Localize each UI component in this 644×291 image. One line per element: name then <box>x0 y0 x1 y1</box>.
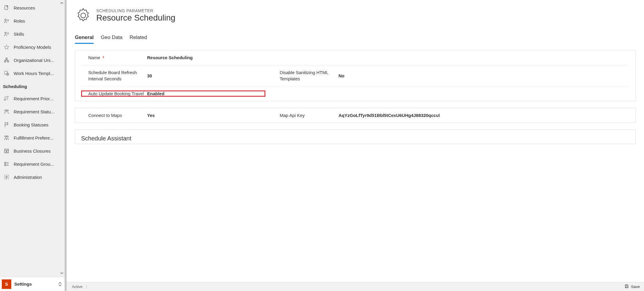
sidebar-item-booking-statuses[interactable]: Booking Statuses <box>0 118 64 131</box>
svg-rect-27 <box>4 149 8 153</box>
sidebar-item-label: Proficiency Models <box>14 45 51 50</box>
app-frame: Resources Roles Skills Proficiency Model… <box>0 0 644 291</box>
sidebar-item-label: Fulfillment Prefere... <box>14 135 53 140</box>
gear-icon <box>4 174 10 180</box>
svg-marker-8 <box>4 45 9 49</box>
svg-point-33 <box>4 165 5 166</box>
sidebar-item-organizational-units[interactable]: Organizational Uni... <box>0 54 64 67</box>
sidebar-item-label: Requirement Prior... <box>14 96 53 101</box>
panel-maps: Connect to Maps Yes Map Api Key AqYzGoLf… <box>75 108 636 123</box>
req-status-icon <box>4 109 10 115</box>
org-unit-icon <box>4 57 10 63</box>
scroll-down-icon[interactable] <box>60 271 64 276</box>
field-refresh-interval[interactable]: Schedule Board Refresh Interval Seconds … <box>81 69 265 82</box>
req-group-icon <box>4 161 10 167</box>
flag-icon <box>4 122 10 128</box>
required-marker: * <box>103 54 104 61</box>
svg-point-38 <box>81 13 86 18</box>
work-hours-icon <box>4 70 10 76</box>
sidebar-item-requirement-groups[interactable]: Requirement Grou... <box>0 157 64 170</box>
tab-related[interactable]: Related <box>130 32 147 43</box>
statusbar: Active Save <box>67 282 644 291</box>
area-tile: S <box>2 279 11 289</box>
svg-point-2 <box>5 19 6 21</box>
page-header: SCHEDULING PARAMETER Resource Scheduling <box>75 7 636 24</box>
sidebar-item-label: Work Hours Templ... <box>14 71 54 76</box>
field-value[interactable]: AqYzGoLfTyr9d51Bbl5tCexU6UHg4J88320qccu\ <box>338 113 475 118</box>
svg-rect-16 <box>4 71 7 74</box>
svg-point-32 <box>4 163 5 164</box>
sidebar-item-label: Resources <box>14 5 35 10</box>
svg-rect-40 <box>626 287 628 288</box>
field-label: Disable Sanitizing HTML Templates <box>280 69 336 82</box>
field-label: Schedule Board Refresh Interval Seconds <box>88 69 145 82</box>
save-button[interactable]: Save <box>624 284 640 290</box>
field-disable-sanitize-html[interactable]: Disable Sanitizing HTML Templates No <box>273 69 457 82</box>
sidebar-nav: Resources Roles Skills Proficiency Model… <box>0 0 64 277</box>
sidebar-item-roles[interactable]: Roles <box>0 14 64 27</box>
sidebar-item-label: Roles <box>14 18 25 24</box>
sidebar-item-skills[interactable]: Skills <box>0 27 64 40</box>
sidebar-item-label: Administration <box>14 175 42 180</box>
field-value[interactable]: No <box>338 73 457 78</box>
svg-point-26 <box>7 136 8 137</box>
area-switcher[interactable]: S Settings <box>0 277 64 291</box>
sidebar-item-administration[interactable]: Administration <box>0 170 64 184</box>
svg-point-31 <box>4 162 5 163</box>
section-title-schedule-assistant: Schedule Assistant <box>81 130 629 144</box>
statusbar-divider <box>86 284 87 289</box>
field-label: Auto Update Booking Travel <box>88 90 145 97</box>
page-eyebrow: SCHEDULING PARAMETER <box>96 8 175 13</box>
tabstrip: General Geo Data Related <box>75 32 636 43</box>
sidebar-item-fulfillment-preferences[interactable]: Fulfillment Prefere... <box>0 131 64 144</box>
closure-icon <box>4 148 10 154</box>
sidebar-item-label: Requirement Grou... <box>14 162 54 167</box>
panel-general: Name * Resource Scheduling Schedule Boar… <box>75 50 636 101</box>
fulfillment-icon <box>4 135 10 141</box>
svg-rect-39 <box>626 285 628 286</box>
sidebar-item-label: Requirement Statu... <box>14 109 55 114</box>
sidebar-scroll-indicator <box>59 0 64 277</box>
sidebar-item-label: Skills <box>14 32 24 37</box>
field-value[interactable]: Yes <box>147 113 265 118</box>
svg-point-22 <box>5 110 6 111</box>
field-value[interactable]: Enabled <box>147 91 265 96</box>
record-status: Active <box>72 284 82 289</box>
tab-general[interactable]: General <box>75 32 94 43</box>
sidebar-item-proficiency-models[interactable]: Proficiency Models <box>0 40 64 54</box>
sidebar-item-label: Booking Statuses <box>14 122 48 127</box>
field-label: Connect to Maps <box>88 112 145 118</box>
field-connect-to-maps[interactable]: Connect to Maps Yes <box>81 112 265 118</box>
sidebar-item-requirement-statuses[interactable]: Requirement Statu... <box>0 105 64 118</box>
sidebar-section-scheduling: Scheduling <box>0 80 64 92</box>
priority-icon <box>4 96 10 101</box>
field-label: Name <box>88 54 100 61</box>
sidebar: Resources Roles Skills Proficiency Model… <box>0 0 65 291</box>
sidebar-item-work-hours-templates[interactable]: Work Hours Templ... <box>0 67 64 80</box>
field-map-api-key[interactable]: Map Api Key AqYzGoLfTyr9d51Bbl5tCexU6UHg… <box>273 112 475 118</box>
page-gear-icon <box>75 7 92 24</box>
save-icon <box>624 284 629 290</box>
area-label: Settings <box>14 281 56 287</box>
field-value[interactable]: 30 <box>147 73 265 78</box>
svg-point-23 <box>7 110 8 111</box>
tab-geo-data[interactable]: Geo Data <box>101 32 122 43</box>
svg-point-25 <box>5 136 6 137</box>
page-title: Resource Scheduling <box>96 13 175 23</box>
sidebar-item-requirement-priorities[interactable]: Requirement Prior... <box>0 92 64 105</box>
sidebar-item-resources[interactable]: Resources <box>0 1 64 14</box>
roles-icon <box>4 18 10 24</box>
field-name[interactable]: Name * Resource Scheduling <box>81 54 265 61</box>
resources-icon <box>4 5 10 11</box>
svg-point-37 <box>6 176 7 178</box>
content-scroll[interactable]: SCHEDULING PARAMETER Resource Scheduling… <box>67 0 644 282</box>
svg-point-1 <box>7 6 8 7</box>
sidebar-item-business-closures[interactable]: Business Closures <box>0 144 64 157</box>
sidebar-item-label: Business Closures <box>14 148 51 154</box>
area-switcher-chevrons-icon <box>59 282 62 287</box>
field-value[interactable]: Resource Scheduling <box>147 55 265 60</box>
svg-point-5 <box>5 32 6 34</box>
field-auto-update-booking-travel[interactable]: Auto Update Booking Travel Enabled <box>81 90 265 97</box>
skills-icon <box>4 31 10 37</box>
scroll-up-icon[interactable] <box>60 1 64 5</box>
